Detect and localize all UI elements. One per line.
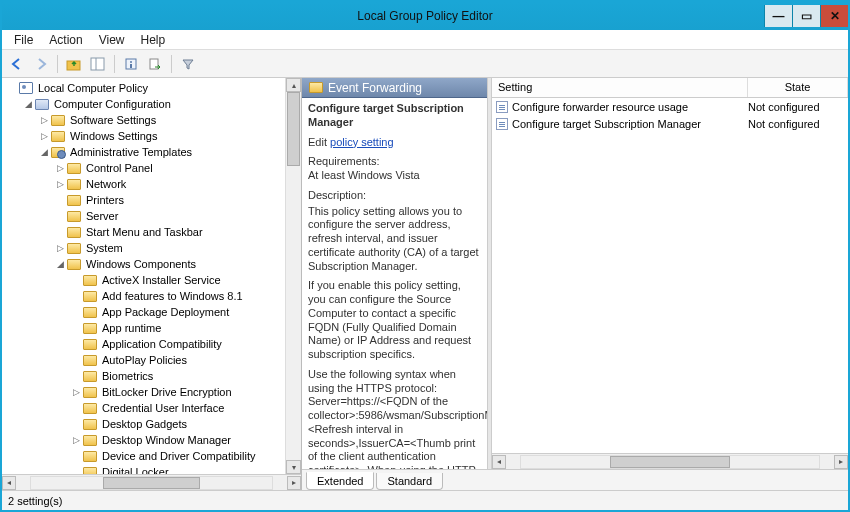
tree-server[interactable]: Server <box>54 208 285 224</box>
requirements: Requirements:At least Windows Vista <box>308 155 481 183</box>
folder-icon <box>82 337 98 351</box>
tree-start-menu-taskbar[interactable]: Start Menu and Taskbar <box>54 224 285 240</box>
maximize-button[interactable]: ▭ <box>792 5 820 27</box>
close-button[interactable]: ✕ <box>820 5 848 27</box>
toolbar <box>2 50 848 78</box>
tree-printers[interactable]: Printers <box>54 192 285 208</box>
tree-software-settings[interactable]: ▷Software Settings <box>38 112 285 128</box>
tree-horizontal-scrollbar[interactable]: ◂ ▸ <box>2 474 301 490</box>
policy-icon <box>494 118 510 130</box>
expand-icon[interactable]: ▷ <box>70 387 82 397</box>
menu-view[interactable]: View <box>91 33 133 47</box>
folder-icon <box>82 273 98 287</box>
tree-bitlocker[interactable]: ▷BitLocker Drive Encryption <box>70 384 285 400</box>
scroll-left-icon[interactable]: ◂ <box>492 455 506 469</box>
list-horizontal-scrollbar[interactable]: ◂ ▸ <box>492 453 848 469</box>
description-p2: If you enable this policy setting, you c… <box>308 279 481 362</box>
tree-root[interactable]: Local Computer Policy ◢Computer Configur… <box>6 80 285 474</box>
scroll-left-icon[interactable]: ◂ <box>2 476 16 490</box>
tree-desktop-gadgets[interactable]: Desktop Gadgets <box>70 416 285 432</box>
tree-add-features[interactable]: Add features to Windows 8.1 <box>70 288 285 304</box>
mmc-icon <box>18 81 34 95</box>
scroll-right-icon[interactable]: ▸ <box>287 476 301 490</box>
collapse-icon[interactable]: ◢ <box>22 99 34 109</box>
svg-point-4 <box>130 61 132 63</box>
expand-icon[interactable]: ▷ <box>54 179 66 189</box>
expand-icon[interactable]: ▷ <box>38 115 50 125</box>
tree-network[interactable]: ▷Network <box>54 176 285 192</box>
scroll-down-icon[interactable]: ▾ <box>286 460 301 474</box>
show-hide-tree-icon <box>90 57 106 71</box>
settings-list: Setting State Configure forwarder resour… <box>492 78 848 469</box>
scrollbar-thumb[interactable] <box>103 477 199 489</box>
folder-icon <box>82 289 98 303</box>
folder-icon <box>82 353 98 367</box>
tree-app-runtime[interactable]: App runtime <box>70 320 285 336</box>
tab-extended[interactable]: Extended <box>306 472 374 490</box>
body-area: Local Computer Policy ◢Computer Configur… <box>2 78 848 490</box>
expand-icon[interactable]: ▷ <box>54 163 66 173</box>
tree-autoplay[interactable]: AutoPlay Policies <box>70 352 285 368</box>
description-p1: This policy setting allows you to config… <box>308 205 481 274</box>
tab-standard[interactable]: Standard <box>376 473 443 490</box>
tree-activex[interactable]: ActiveX Installer Service <box>70 272 285 288</box>
list-body[interactable]: Configure forwarder resource usage Not c… <box>492 98 848 453</box>
list-header: Setting State <box>492 78 848 98</box>
folder-icon <box>66 257 82 271</box>
tree-control-panel[interactable]: ▷Control Panel <box>54 160 285 176</box>
expand-icon[interactable]: ▷ <box>70 435 82 445</box>
tree-device-driver[interactable]: Device and Driver Compatibility <box>70 448 285 464</box>
column-state[interactable]: State <box>748 78 848 97</box>
scrollbar-thumb[interactable] <box>610 456 729 468</box>
back-button[interactable] <box>6 53 28 75</box>
policy-title: Configure target Subscription Manager <box>308 102 481 130</box>
folder-icon <box>66 209 82 223</box>
status-bar: 2 setting(s) <box>2 490 848 510</box>
tree-vertical-scrollbar[interactable]: ▴ ▾ <box>285 78 301 474</box>
scroll-up-icon[interactable]: ▴ <box>286 78 301 92</box>
forward-icon <box>34 57 48 71</box>
show-hide-console-tree-button[interactable] <box>87 53 109 75</box>
tree-app-compat[interactable]: Application Compatibility <box>70 336 285 352</box>
title-bar[interactable]: Local Group Policy Editor — ▭ ✕ <box>2 2 848 30</box>
tree-computer-configuration[interactable]: ◢Computer Configuration ▷Software Settin… <box>22 96 285 474</box>
window-controls: — ▭ ✕ <box>764 5 848 27</box>
tree-digital-locker[interactable]: Digital Locker <box>70 464 285 474</box>
menu-help[interactable]: Help <box>133 33 174 47</box>
properties-button[interactable] <box>120 53 142 75</box>
forward-button[interactable] <box>30 53 52 75</box>
expand-icon[interactable]: ▷ <box>54 243 66 253</box>
computer-icon <box>34 97 50 111</box>
tree-windows-settings[interactable]: ▷Windows Settings <box>38 128 285 144</box>
app-window: Local Group Policy Editor — ▭ ✕ File Act… <box>0 0 850 512</box>
up-one-level-button[interactable] <box>63 53 85 75</box>
tree-biometrics[interactable]: Biometrics <box>70 368 285 384</box>
tree-system[interactable]: ▷System <box>54 240 285 256</box>
collapse-icon[interactable]: ◢ <box>54 259 66 269</box>
folder-icon <box>82 417 98 431</box>
setting-state: Not configured <box>748 101 848 113</box>
tree-view[interactable]: Local Computer Policy ◢Computer Configur… <box>2 78 285 474</box>
tree-dwm[interactable]: ▷Desktop Window Manager <box>70 432 285 448</box>
tree-windows-components[interactable]: ◢Windows Components ActiveX Installer Se… <box>54 256 285 474</box>
collapse-icon[interactable]: ◢ <box>38 147 50 157</box>
scrollbar-thumb[interactable] <box>287 92 300 166</box>
folder-icon <box>82 401 98 415</box>
tree-credential-ui[interactable]: Credential User Interface <box>70 400 285 416</box>
edit-policy-link[interactable]: policy setting <box>330 136 394 148</box>
scroll-right-icon[interactable]: ▸ <box>834 455 848 469</box>
folder-icon <box>308 81 324 95</box>
folder-icon <box>82 433 98 447</box>
filter-button[interactable] <box>177 53 199 75</box>
menu-file[interactable]: File <box>6 33 41 47</box>
policy-icon <box>494 101 510 113</box>
list-row[interactable]: Configure target Subscription Manager No… <box>492 115 848 132</box>
list-row[interactable]: Configure forwarder resource usage Not c… <box>492 98 848 115</box>
minimize-button[interactable]: — <box>764 5 792 27</box>
column-setting[interactable]: Setting <box>492 78 748 97</box>
tree-app-package[interactable]: App Package Deployment <box>70 304 285 320</box>
tree-administrative-templates[interactable]: ◢Administrative Templates ▷Control Panel… <box>38 144 285 474</box>
expand-icon[interactable]: ▷ <box>38 131 50 141</box>
menu-action[interactable]: Action <box>41 33 90 47</box>
export-list-button[interactable] <box>144 53 166 75</box>
